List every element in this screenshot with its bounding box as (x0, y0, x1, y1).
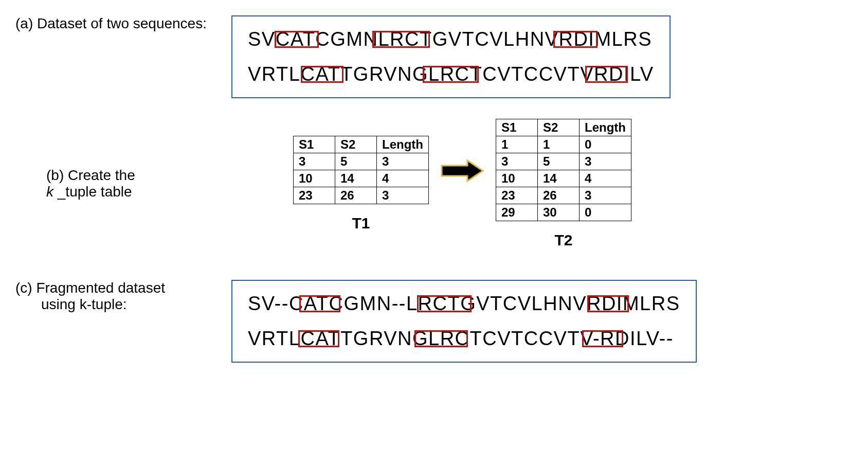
table-cell: 1 (496, 136, 537, 153)
table-cell: 0 (579, 136, 631, 153)
sequence-a1: SVCATCGMNLRCTGVTCVLHNVRDIMLRS (248, 22, 654, 57)
table-cell: 26 (335, 187, 377, 204)
table-row: 29300 (496, 204, 631, 221)
table-row: 353 (294, 153, 429, 170)
tables-wrap: S1S2Length3531014423263 T1 S1S2Length110… (293, 119, 853, 249)
table-t2-caption: T2 (554, 231, 572, 249)
table-t2-block: S1S2Length110353101442326329300 T2 (496, 119, 631, 249)
table-cell: 3 (579, 187, 631, 204)
section-a-prefix: (a) (15, 15, 37, 31)
section-c: (c) Fragmented dataset using k-tuple: SV… (15, 280, 853, 363)
table-cell: 10 (294, 170, 335, 187)
section-b-line1: Create the (68, 167, 135, 183)
table-cell: 3 (377, 153, 429, 170)
table-cell: 14 (537, 170, 579, 187)
table-cell: 3 (579, 153, 631, 170)
sequence-c1: SV--CATCGMN--LRCTGVTCVLHNVRDIMLRS (248, 286, 680, 321)
table-cell: 5 (537, 153, 579, 170)
table-cell: 0 (579, 204, 631, 221)
table-row: 10144 (496, 170, 631, 187)
highlight-box (553, 31, 597, 48)
table-row: 23263 (294, 187, 429, 204)
highlight-box (582, 330, 623, 347)
section-b-prefix: (b) (46, 167, 68, 183)
section-a-text: Dataset of two sequences: (37, 15, 207, 31)
section-c-label: (c) Fragmented dataset using k-tuple: (15, 280, 231, 313)
table-row: 353 (496, 153, 631, 170)
table-cell: 1 (537, 136, 579, 153)
highlight-box (423, 66, 479, 83)
svg-marker-0 (442, 160, 483, 181)
table-cell: 3 (294, 153, 335, 170)
table-header: S1 (294, 136, 335, 153)
table-row: 10144 (294, 170, 429, 187)
section-a: (a) Dataset of two sequences: SVCATCGMNL… (15, 15, 853, 98)
table-t1-block: S1S2Length3531014423263 T1 (293, 136, 429, 232)
highlight-box (587, 295, 628, 312)
table-header: S2 (335, 136, 377, 153)
table-row: 23263 (496, 187, 631, 204)
arrow-icon (439, 158, 485, 184)
table-t1-caption: T1 (352, 214, 370, 232)
table-cell: 4 (377, 170, 429, 187)
sequence-a2: VRTLCATTGRVNGLRCTCVTCCVTVRDILV (248, 57, 654, 92)
table-cell: 3 (496, 153, 537, 170)
sequence-box-c: SV--CATCGMN--LRCTGVTCVLHNVRDIMLRS VRTLCA… (231, 280, 697, 363)
sequence-c2: VRTLCATTGRVNGLRCTCVTCCVTV-RDILV-- (248, 321, 680, 356)
table-cell: 29 (496, 204, 537, 221)
section-b-label: (b) Create the k _tuple table (15, 167, 262, 200)
table-cell: 14 (335, 170, 377, 187)
table-header: S2 (537, 119, 579, 136)
highlight-box (301, 66, 343, 83)
section-c-line2: using k-tuple: (15, 296, 231, 313)
section-b-line2: _tuple table (53, 184, 132, 200)
table-row: 110 (496, 136, 631, 153)
highlight-box (372, 31, 430, 48)
section-c-line1: Fragmented dataset (36, 280, 165, 296)
table-cell: 5 (335, 153, 377, 170)
sequence-box-a: SVCATCGMNLRCTGVTCVLHNVRDIMLRS VRTLCATTGR… (231, 15, 671, 98)
section-b: (b) Create the k _tuple table S1S2Length… (15, 119, 853, 249)
highlight-box (299, 295, 340, 312)
highlight-box (585, 66, 628, 83)
table-cell: 30 (537, 204, 579, 221)
table-t1: S1S2Length3531014423263 (293, 136, 429, 204)
table-cell: 26 (537, 187, 579, 204)
table-t2: S1S2Length110353101442326329300 (496, 119, 631, 221)
highlight-box (275, 31, 318, 48)
table-cell: 4 (579, 170, 631, 187)
table-header: Length (579, 119, 631, 136)
section-b-k: k (46, 184, 53, 200)
section-c-prefix: (c) (15, 280, 36, 296)
table-header: S1 (496, 119, 537, 136)
table-header: Length (377, 136, 429, 153)
table-cell: 23 (496, 187, 537, 204)
highlight-box (417, 295, 472, 312)
table-cell: 10 (496, 170, 537, 187)
highlight-box (414, 330, 468, 347)
highlight-box (298, 330, 339, 347)
table-cell: 3 (377, 187, 429, 204)
section-a-label: (a) Dataset of two sequences: (15, 15, 231, 32)
table-cell: 23 (294, 187, 335, 204)
